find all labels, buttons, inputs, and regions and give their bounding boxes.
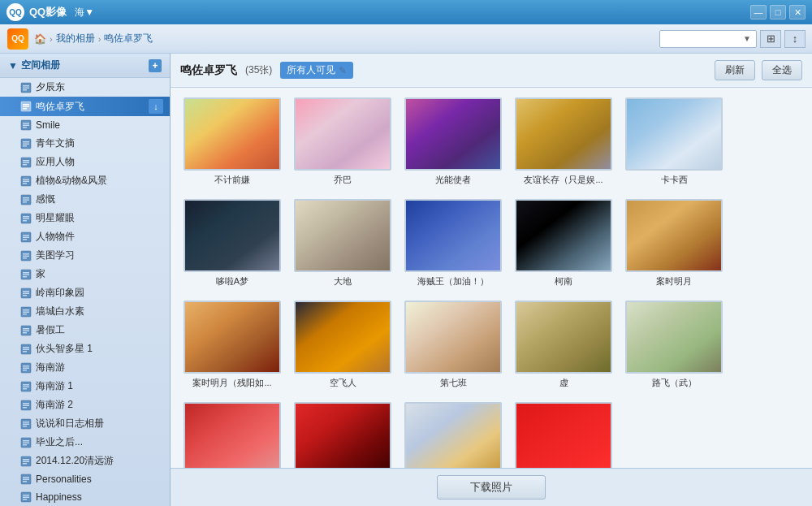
photo-item-4[interactable]: 卡卡西 bbox=[625, 97, 723, 186]
svg-rect-97 bbox=[185, 201, 281, 272]
sidebar-item-1[interactable]: 鸣佐卓罗飞↓ bbox=[0, 97, 170, 116]
content-actions: 刷新 全选 bbox=[715, 60, 802, 80]
edit-visibility-icon[interactable]: ✎ bbox=[339, 65, 347, 76]
sidebar-item-2[interactable]: Smile bbox=[0, 116, 170, 134]
sidebar-item-21[interactable]: Personalities bbox=[0, 470, 170, 488]
photo-item-12[interactable]: 第七班 bbox=[404, 301, 502, 389]
download-button[interactable]: 下载照片 bbox=[437, 475, 546, 500]
svg-rect-26 bbox=[23, 199, 29, 201]
svg-rect-104 bbox=[406, 302, 502, 374]
svg-rect-50 bbox=[23, 311, 29, 313]
photo-thumb-13 bbox=[515, 301, 612, 374]
sidebar-item-20[interactable]: 2014.12.20清远游 bbox=[0, 452, 170, 470]
photo-item-14[interactable]: 路飞（武） bbox=[625, 301, 723, 389]
photo-item-7[interactable]: 海贼王（加油！） bbox=[404, 199, 502, 288]
svg-rect-101 bbox=[627, 201, 723, 272]
sidebar-item-3[interactable]: 青年文摘 bbox=[0, 134, 170, 153]
sidebar-item-19[interactable]: 毕业之后... bbox=[0, 433, 170, 452]
sidebar-item-16[interactable]: 海南游 1 bbox=[0, 377, 170, 396]
sidebar-item-22[interactable]: Happiness bbox=[0, 488, 170, 506]
refresh-button[interactable]: 刷新 bbox=[715, 60, 755, 80]
svg-rect-78 bbox=[23, 442, 29, 443]
minimize-button[interactable]: — bbox=[750, 5, 767, 19]
sidebar-item-9[interactable]: 美图学习 bbox=[0, 246, 170, 265]
sidebar-item-icon-2 bbox=[19, 119, 32, 132]
sidebar-item-17[interactable]: 海南游 2 bbox=[0, 396, 170, 414]
add-album-button[interactable]: + bbox=[149, 59, 162, 72]
sidebar-item-15[interactable]: 海南游 bbox=[0, 358, 170, 377]
svg-rect-35 bbox=[23, 239, 27, 240]
album-title: 鸣佐卓罗飞 bbox=[180, 63, 237, 78]
svg-rect-5 bbox=[23, 104, 29, 106]
photo-label-3: 友谊长存（只是娱... bbox=[524, 174, 603, 186]
photo-item-15[interactable]: 草帽小子 bbox=[184, 402, 281, 468]
sidebar-item-label-12: 墙城白水素 bbox=[36, 305, 163, 318]
sidebar-item-6[interactable]: 感慨 bbox=[0, 190, 170, 209]
photo-item-5[interactable]: 哆啦A梦 bbox=[184, 199, 281, 288]
sidebar-item-label-18: 说说和日志相册 bbox=[36, 417, 163, 430]
photo-item-16[interactable]: one piece bbox=[294, 402, 391, 468]
sidebar-item-10[interactable]: 家 bbox=[0, 265, 170, 283]
photo-item-1[interactable]: 乔巴 bbox=[294, 97, 391, 186]
svg-rect-89 bbox=[23, 495, 29, 496]
photo-label-7: 海贼王（加油！） bbox=[417, 275, 489, 288]
sidebar-item-13[interactable]: 暑假工 bbox=[0, 321, 170, 339]
grid-view-button[interactable]: ⊞ bbox=[760, 30, 781, 48]
breadcrumb-album[interactable]: 我的相册 bbox=[56, 32, 95, 45]
sidebar-item-4[interactable]: 应用人物 bbox=[0, 153, 170, 171]
photo-label-8: 柯南 bbox=[555, 275, 572, 288]
sidebar-item-5[interactable]: 植物&动物&风景 bbox=[0, 171, 170, 190]
svg-rect-27 bbox=[23, 201, 27, 203]
photo-item-17[interactable]: 拳道 bbox=[404, 402, 502, 468]
breadcrumb-root[interactable]: 🏠 bbox=[34, 33, 46, 45]
svg-rect-61 bbox=[23, 365, 29, 367]
photo-item-11[interactable]: 空飞人 bbox=[294, 301, 391, 389]
photo-item-6[interactable]: 大地 bbox=[294, 199, 391, 288]
sidebar-item-label-22: Happiness bbox=[36, 491, 163, 503]
dropdown-arrow-icon: ▼ bbox=[743, 34, 751, 43]
sort-view-button[interactable]: ↕ bbox=[784, 30, 806, 48]
sidebar-item-18[interactable]: 说说和日志相册 bbox=[0, 414, 170, 433]
svg-rect-83 bbox=[23, 463, 27, 465]
svg-rect-94 bbox=[406, 99, 502, 171]
sidebar-item-8[interactable]: 人物物件 bbox=[0, 227, 170, 246]
svg-rect-2 bbox=[23, 87, 29, 89]
content-area: 鸣佐卓罗飞 (35张) 所有人可见 ✎ 刷新 全选 不计前嫌 bbox=[171, 54, 812, 506]
photo-item-10[interactable]: 案时明月（残阳如... bbox=[184, 301, 281, 389]
photo-item-3[interactable]: 友谊长存（只是娱... bbox=[515, 97, 612, 186]
svg-rect-18 bbox=[23, 162, 29, 163]
menu-item[interactable]: 海▼ bbox=[75, 6, 94, 19]
photo-item-8[interactable]: 柯南 bbox=[515, 199, 612, 288]
sidebar-item-icon-16 bbox=[19, 380, 32, 393]
restore-button[interactable]: □ bbox=[770, 5, 786, 19]
photo-label-1: 乔巴 bbox=[334, 174, 352, 186]
svg-rect-21 bbox=[23, 179, 29, 180]
sidebar-item-icon-4 bbox=[19, 156, 32, 169]
close-button[interactable]: ✕ bbox=[789, 5, 806, 19]
photo-item-9[interactable]: 案时明月 bbox=[625, 199, 723, 288]
sidebar-item-7[interactable]: 明星耀眼 bbox=[0, 209, 170, 227]
download-icon[interactable]: ↓ bbox=[149, 99, 163, 114]
photo-item-partial[interactable] bbox=[515, 402, 612, 468]
sort-dropdown[interactable]: ▼ bbox=[659, 30, 757, 48]
sidebar-item-12[interactable]: 墙城白水素 bbox=[0, 302, 170, 321]
sidebar-item-14[interactable]: 伙头智多星 1 bbox=[0, 339, 170, 358]
sidebar-item-label-16: 海南游 1 bbox=[36, 379, 163, 393]
breadcrumb-current[interactable]: 鸣佐卓罗飞 bbox=[104, 32, 153, 45]
svg-rect-51 bbox=[23, 314, 27, 315]
sidebar-item-11[interactable]: 岭南印象园 bbox=[0, 283, 170, 302]
photo-item-13[interactable]: 虚 bbox=[515, 301, 612, 389]
photo-label-0: 不计前嫌 bbox=[214, 174, 250, 186]
photo-thumb-8 bbox=[515, 199, 612, 272]
photo-thumb-9 bbox=[625, 199, 723, 272]
sidebar-items-container: 夕辰东鸣佐卓罗飞↓Smile青年文摘应用人物植物&动物&风景感慨明星耀眼人物物件… bbox=[0, 78, 170, 506]
sidebar-item-0[interactable]: 夕辰东 bbox=[0, 78, 170, 97]
photo-item-0[interactable]: 不计前嫌 bbox=[184, 97, 281, 186]
photo-thumb-10 bbox=[184, 301, 281, 374]
select-all-button[interactable]: 全选 bbox=[762, 60, 802, 80]
visibility-badge[interactable]: 所有人可见 ✎ bbox=[280, 62, 353, 79]
photo-item-2[interactable]: 光能使者 bbox=[404, 97, 502, 186]
svg-rect-38 bbox=[23, 255, 29, 257]
photo-thumb-6 bbox=[294, 199, 391, 272]
photo-label-12: 第七班 bbox=[440, 377, 467, 389]
